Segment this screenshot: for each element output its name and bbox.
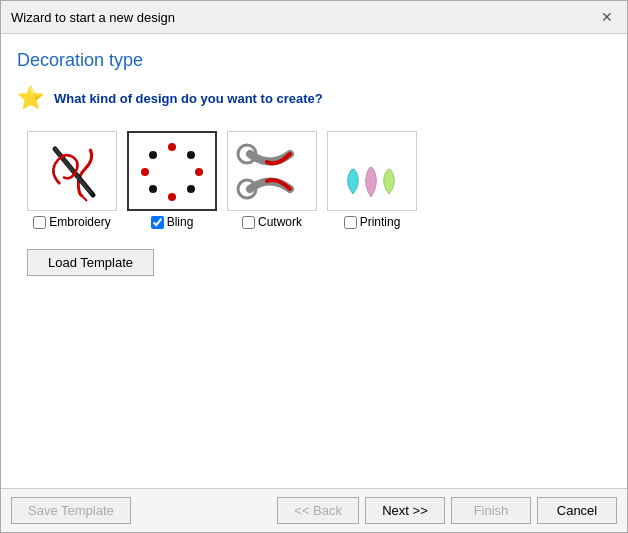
embroidery-label[interactable]: Embroidery xyxy=(33,215,110,229)
close-button[interactable]: ✕ xyxy=(597,7,617,27)
printing-icon xyxy=(335,139,410,204)
bling-image-box[interactable] xyxy=(127,131,217,211)
cutwork-image-box[interactable] xyxy=(227,131,317,211)
back-button[interactable]: << Back xyxy=(277,497,359,524)
star-icon: ⭐ xyxy=(17,85,44,111)
printing-option: Printing xyxy=(327,131,417,229)
cancel-button[interactable]: Cancel xyxy=(537,497,617,524)
bling-option: Bling xyxy=(127,131,217,229)
cutwork-checkbox[interactable] xyxy=(242,216,255,229)
finish-button[interactable]: Finish xyxy=(451,497,531,524)
svg-point-5 xyxy=(195,168,203,176)
embroidery-label-text[interactable]: Embroidery xyxy=(49,215,110,229)
embroidery-option: Embroidery xyxy=(27,131,117,229)
load-template-button[interactable]: Load Template xyxy=(27,249,154,276)
bling-checkbox[interactable] xyxy=(151,216,164,229)
svg-point-9 xyxy=(141,168,149,176)
cutwork-label[interactable]: Cutwork xyxy=(242,215,302,229)
printing-label-text[interactable]: Printing xyxy=(360,215,401,229)
save-template-button[interactable]: Save Template xyxy=(11,497,131,524)
question-row: ⭐ What kind of design do you want to cre… xyxy=(17,85,611,111)
svg-point-3 xyxy=(168,143,176,151)
printing-label[interactable]: Printing xyxy=(344,215,401,229)
embroidery-checkbox[interactable] xyxy=(33,216,46,229)
footer: Save Template << Back Next >> Finish Can… xyxy=(1,488,627,532)
cutwork-label-text[interactable]: Cutwork xyxy=(258,215,302,229)
footer-left: Save Template xyxy=(11,497,131,524)
next-button[interactable]: Next >> xyxy=(365,497,445,524)
svg-point-7 xyxy=(168,193,176,201)
section-title: Decoration type xyxy=(17,50,611,71)
footer-right: << Back Next >> Finish Cancel xyxy=(277,497,617,524)
embroidery-image-box[interactable] xyxy=(27,131,117,211)
title-bar: Wizard to start a new design ✕ xyxy=(1,1,627,34)
svg-point-10 xyxy=(149,151,157,159)
load-template-area: Load Template xyxy=(27,249,611,276)
cutwork-icon xyxy=(235,139,310,204)
svg-point-4 xyxy=(187,151,195,159)
printing-checkbox[interactable] xyxy=(344,216,357,229)
question-text: What kind of design do you want to creat… xyxy=(54,91,323,106)
bling-label-text[interactable]: Bling xyxy=(167,215,194,229)
svg-line-0 xyxy=(83,197,87,201)
dialog-title: Wizard to start a new design xyxy=(11,10,175,25)
cutwork-option: Cutwork xyxy=(227,131,317,229)
design-options: Embroidery xyxy=(27,131,611,229)
dialog: Wizard to start a new design ✕ Decoratio… xyxy=(0,0,628,533)
content-area: Decoration type ⭐ What kind of design do… xyxy=(1,34,627,488)
bling-icon xyxy=(135,139,210,204)
printing-image-box[interactable] xyxy=(327,131,417,211)
svg-point-8 xyxy=(149,185,157,193)
bling-label[interactable]: Bling xyxy=(151,215,194,229)
embroidery-icon xyxy=(35,139,110,204)
svg-point-6 xyxy=(187,185,195,193)
